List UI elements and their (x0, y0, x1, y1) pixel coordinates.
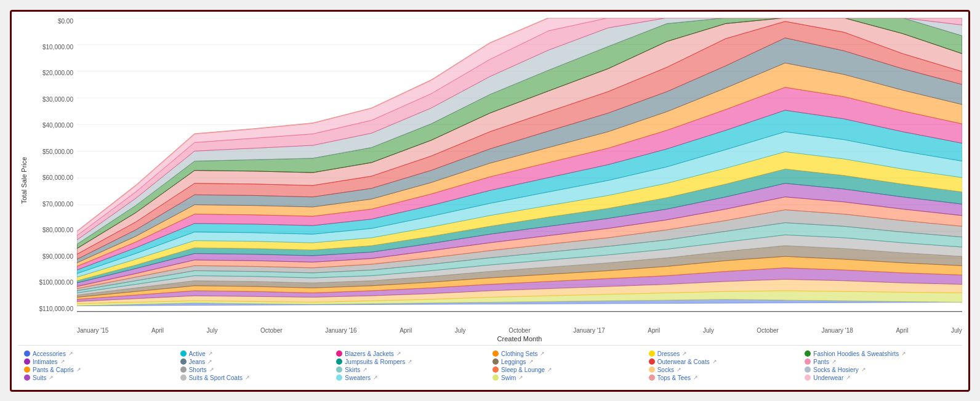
legend-item-jumpsuits: Jumpsuits & Rompers ↗ (336, 358, 488, 365)
legend-item-intimates: Intimates ↗ (24, 358, 175, 365)
legend-item-blazers: Blazers & Jackets ↗ (336, 350, 488, 357)
legend-item-pants: Pants ↗ (805, 358, 956, 365)
legend-item-tops-tees: Tops & Tees ↗ (649, 375, 800, 381)
legend-item-clothing-sets: Clothing Sets ↗ (492, 350, 644, 357)
legend-item-skirts: Skirts ↗ (336, 367, 488, 373)
legend-dot-active (180, 350, 187, 357)
legend-item-active: Active ↗ (180, 350, 332, 357)
legend-item-outerwear: Outerwear & Coats ↗ (649, 358, 800, 365)
legend-dot-skirts (336, 367, 342, 373)
legend-dot-jumpsuits (336, 358, 342, 365)
legend-item-suits-sport-coats: Suits & Sport Coats ↗ (180, 375, 332, 381)
legend-dot-pants-capris (24, 367, 30, 373)
legend-dot-sleep-lounge (492, 367, 499, 373)
legend-item-socks: Socks ↗ (649, 367, 800, 373)
legend-dot-outerwear (649, 358, 655, 365)
legend-item-sweaters: Sweaters ↗ (336, 375, 488, 381)
legend-item-shorts: Shorts ↗ (180, 367, 332, 373)
legend-dot-underwear (805, 375, 811, 381)
legend-dot-swim (492, 375, 499, 381)
chart-container: Total Sale Price $110,000.00 $100,000.00… (10, 10, 970, 392)
legend-dot-leggings (492, 358, 499, 365)
legend-dot-jeans (180, 358, 187, 365)
x-axis-ticks: January '15 April July October January '… (77, 326, 962, 334)
legend-item-accessories: Accessories ↗ (24, 350, 175, 357)
legend-dot-socks (649, 367, 655, 373)
legend-dot-suits-sport-coats (180, 375, 187, 381)
legend-dot-blazers (336, 350, 342, 357)
legend-item-swim: Swim ↗ (492, 375, 644, 381)
legend-dot-suits (24, 375, 30, 381)
legend-dot-tops-tees (649, 375, 655, 381)
legend-item-leggings: Leggings ↗ (492, 358, 644, 365)
legend-dot-pants (805, 358, 811, 365)
legend-item-sleep-lounge: Sleep & Lounge ↗ (492, 367, 644, 373)
x-axis-title: Created Month (77, 335, 962, 342)
chart-svg-area (77, 18, 962, 326)
legend-dot-clothing-sets (492, 350, 499, 357)
y-axis-ticks: $110,000.00 $100,000.00 $90,000.00 $80,0… (28, 18, 77, 326)
legend-dot-intimates (24, 358, 30, 365)
legend-item-underwear: Underwear ↗ (805, 375, 956, 381)
legend-item-fashion-hoodies: Fashion Hoodies & Sweatshirts ↗ (805, 350, 956, 357)
legend-dot-dresses (649, 350, 655, 357)
chart-legend: Accessories ↗ Active ↗ Blazers & Jackets… (18, 345, 962, 384)
legend-dot-accessories (24, 350, 30, 357)
legend-item-pants-capris: Pants & Capris ↗ (24, 367, 175, 373)
y-axis-label: Total Sale Price (18, 18, 28, 342)
legend-dot-sweaters (336, 375, 342, 381)
legend-item-suits: Suits ↗ (24, 375, 175, 381)
legend-item-socks-hosiery: Socks & Hosiery ↗ (805, 367, 956, 373)
legend-dot-shorts (180, 367, 187, 373)
legend-item-jeans: Jeans ↗ (180, 358, 332, 365)
legend-item-dresses: Dresses ↗ (649, 350, 800, 357)
legend-dot-fashion-hoodies (805, 350, 811, 357)
legend-dot-socks-hosiery (805, 367, 811, 373)
